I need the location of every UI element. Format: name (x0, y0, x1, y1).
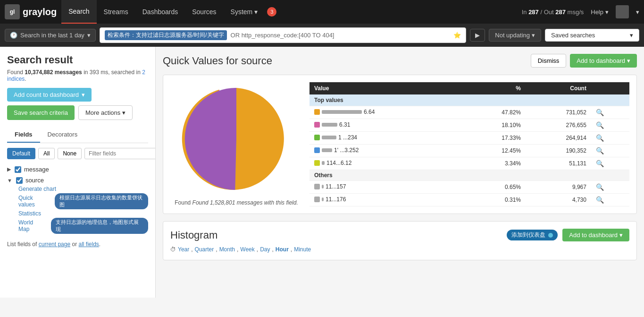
time-range-button[interactable]: 🕐 Search in the last 1 day ▾ (5, 29, 96, 42)
value-bar (322, 197, 324, 201)
time-hour-link[interactable]: Hour (276, 246, 289, 253)
world-map-link[interactable]: World Map (18, 219, 45, 232)
time-month-link[interactable]: Month (219, 246, 235, 253)
saved-searches-button[interactable]: Saved searches ▾ (545, 29, 639, 42)
search-result-title: Search result (7, 54, 148, 66)
search-result-info: Found 10,374,882 messages in 393 ms, sea… (7, 69, 148, 82)
nav-item-sources[interactable]: Sources (185, 0, 223, 24)
help-button[interactable]: Help ▾ (591, 9, 609, 16)
table-row: 1' ...3.252 12.45% 190,352 🔍 (309, 145, 629, 157)
field-filter-input[interactable] (84, 148, 156, 159)
add-dashboard-annotation: 添加到仪表盘 (507, 230, 558, 240)
more-actions-button[interactable]: More actions ▾ (78, 105, 133, 120)
search-value-icon[interactable]: 🔍 (596, 183, 604, 191)
quick-values-actions: Dismiss Add to dashboard ▾ (531, 54, 637, 68)
time-minute-link[interactable]: Minute (294, 246, 311, 253)
table-row: 11...176 0.31% 4,730 🔍 (309, 194, 629, 206)
histogram-controls: 添加到仪表盘 Add to dashboard ▾ (507, 229, 629, 241)
value-label-text: 114...6.12 (326, 160, 351, 166)
add-to-dashboard-button[interactable]: Add to dashboard ▾ (570, 54, 637, 68)
search-query-suffix: OR http_response_code:[400 TO 404] (231, 32, 335, 39)
table-row: 6.64 47.82% 731,052 🔍 (309, 106, 629, 119)
current-page-link[interactable]: current page (39, 241, 70, 248)
search-value-icon[interactable]: 🔍 (596, 109, 604, 116)
dismiss-button[interactable]: Dismiss (531, 54, 567, 68)
search-value-icon[interactable]: 🔍 (596, 134, 604, 142)
value-color-dot (314, 147, 320, 153)
all-fields-link[interactable]: all fields (78, 241, 99, 248)
message-expand-icon[interactable]: ▶ (7, 166, 11, 172)
search-annotation: 检索条件：支持过滤日志源服务器/时间/关键字 (105, 30, 227, 40)
sidebar: Search result Found 10,374,882 messages … (0, 47, 156, 298)
value-bar (322, 185, 324, 188)
fields-list: ▶ message ▼ source Generate chart Quick … (7, 164, 148, 234)
histogram-section: Histogram 添加到仪表盘 Add to dashboard ▾ ⏱ Ye… (163, 221, 637, 260)
quick-values-link[interactable]: Quick values (18, 195, 49, 208)
value-bar (322, 123, 337, 127)
play-button[interactable]: ▶ (470, 29, 485, 42)
search-bar: 🕐 Search in the last 1 day ▾ 检索条件：支持过滤日志… (0, 24, 644, 47)
system-badge: 3 (267, 7, 276, 17)
generate-chart-link[interactable]: Generate chart (18, 186, 148, 192)
nav-item-search[interactable]: Search (61, 0, 96, 24)
value-color-dot (314, 184, 320, 189)
add-count-button[interactable]: Add count to dashboard ▾ (7, 88, 92, 102)
value-label-text: 11...157 (326, 183, 346, 190)
value-label-text: 6.31 (339, 121, 350, 128)
message-checkbox[interactable] (15, 166, 21, 173)
world-map-annotation: 支持日志源的地理信息，地图形式展现 (51, 218, 148, 234)
value-bar (322, 136, 336, 139)
nav-item-dashboards[interactable]: Dashboards (135, 0, 185, 24)
value-color-dot (314, 122, 320, 128)
pie-chart-wrap: Found Found 1,528,801 messages with this… (170, 82, 302, 206)
histogram-add-dashboard-button[interactable]: Add to dashboard ▾ (562, 229, 629, 241)
annotation-dot (548, 233, 553, 238)
tab-decorators[interactable]: Decorators (40, 127, 85, 143)
quick-values-title: Quick Values for source (163, 55, 272, 67)
source-checkbox[interactable] (16, 177, 23, 184)
value-percent: 47.82% (463, 106, 526, 119)
msg-info: In 287 / Out 287 msg/s (522, 9, 584, 16)
time-day-link[interactable]: Day (260, 246, 270, 253)
statistics-link[interactable]: Statistics (18, 210, 148, 217)
main-content: Search result Found 10,374,882 messages … (0, 47, 644, 298)
field-item-message: ▶ message (7, 164, 148, 175)
save-search-button[interactable]: Save search criteria (7, 105, 75, 120)
value-color-dot (314, 197, 320, 202)
source-expand-icon[interactable]: ▼ (7, 178, 12, 183)
tab-fields[interactable]: Fields (7, 127, 40, 143)
col-percent: % (463, 82, 526, 94)
main-panel: Quick Values for source Dismiss Add to d… (156, 47, 644, 298)
time-quarter-link[interactable]: Quarter (195, 246, 214, 253)
value-label-text: 1' ...3.252 (334, 147, 359, 154)
source-field-actions: Generate chart Quick values 根据日志源展示日志收集的… (7, 186, 148, 234)
table-row: 11...157 0.65% 9,967 🔍 (309, 181, 629, 194)
values-table: Value % Count Top values (309, 82, 629, 206)
filter-default-button[interactable]: Default (7, 148, 35, 159)
field-item-source: ▼ source (7, 175, 148, 186)
filter-all-button[interactable]: All (38, 148, 55, 159)
pie-chart (180, 82, 293, 196)
table-row: 114...6.12 3.34% 51,131 🔍 (309, 157, 629, 170)
search-value-icon[interactable]: 🔍 (596, 160, 604, 167)
value-color-dot (314, 135, 320, 140)
top-navigation: gl graylog Search Streams Dashboards Sou… (0, 0, 644, 24)
user-menu-button[interactable]: ▾ (636, 9, 639, 16)
nav-item-streams[interactable]: Streams (97, 0, 135, 24)
bookmark-icon[interactable]: ⭐ (453, 32, 461, 39)
quick-values-header: Quick Values for source Dismiss Add to d… (163, 54, 637, 68)
filter-none-button[interactable]: None (58, 148, 82, 159)
histogram-time-links: ⏱ Year, Quarter, Month, Week, Day, Hour,… (170, 246, 629, 253)
time-year-link[interactable]: Year (178, 246, 189, 253)
updating-button[interactable]: Not updating ▾ (489, 29, 541, 42)
search-value-icon[interactable]: 🔍 (596, 121, 604, 129)
search-value-icon[interactable]: 🔍 (596, 196, 604, 204)
pie-message: Found Found 1,528,801 messages with this… (170, 199, 302, 206)
value-color-dot (314, 109, 320, 115)
time-week-link[interactable]: Week (240, 246, 254, 253)
search-value-icon[interactable]: 🔍 (596, 147, 604, 154)
logo: gl graylog (5, 4, 57, 19)
user-avatar[interactable] (616, 5, 629, 18)
nav-item-system[interactable]: System ▾ (224, 0, 265, 24)
nav-items: Search Streams Dashboards Sources System… (61, 0, 521, 24)
